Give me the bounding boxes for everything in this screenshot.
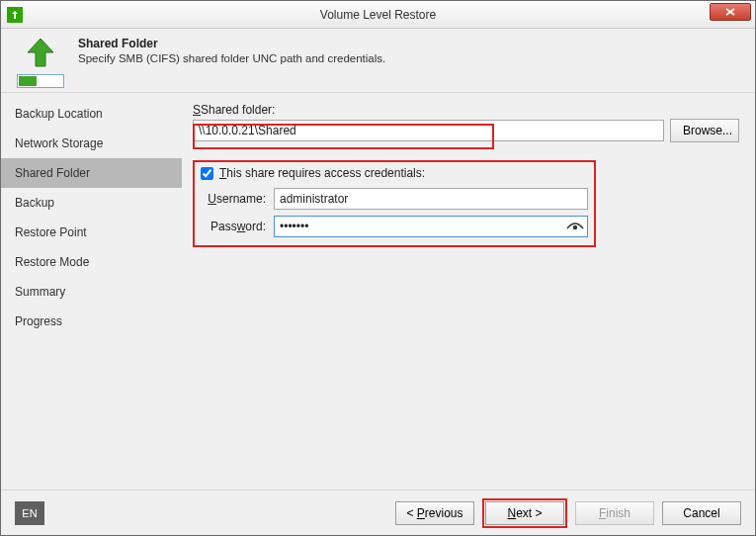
browse-button[interactable]: Browse... xyxy=(670,119,739,142)
password-input[interactable] xyxy=(274,216,588,237)
storage-bar-icon xyxy=(17,74,64,88)
titlebar: Volume Level Restore xyxy=(1,1,755,29)
window: Volume Level Restore Shared Folder Speci… xyxy=(0,0,756,536)
username-input[interactable] xyxy=(274,188,588,210)
page-subtitle: Specify SMB (CIFS) shared folder UNC pat… xyxy=(78,52,385,64)
shared-folder-label: SShared folder: xyxy=(193,103,739,117)
wizard-header: Shared Folder Specify SMB (CIFS) shared … xyxy=(1,29,755,92)
window-title: Volume Level Restore xyxy=(320,8,436,22)
next-button[interactable]: Next > xyxy=(485,501,564,525)
finish-button: Finish xyxy=(575,501,654,525)
wizard-body: Backup Location Network Storage Shared F… xyxy=(1,92,755,490)
form-panel: SShared folder: Browse... This share req… xyxy=(183,93,755,490)
shared-folder-input[interactable] xyxy=(193,120,664,141)
upload-arrow-icon xyxy=(22,37,59,68)
previous-button[interactable]: < Previous xyxy=(395,501,474,525)
svg-point-0 xyxy=(573,225,577,229)
wizard-icon xyxy=(15,37,66,88)
close-button[interactable] xyxy=(710,3,751,21)
requires-creds-row[interactable]: This share requires access credentials: xyxy=(201,166,588,180)
reveal-password-icon[interactable] xyxy=(566,219,584,234)
highlight-credentials: This share requires access credentials: … xyxy=(193,160,596,247)
wizard-nav: Backup Location Network Storage Shared F… xyxy=(1,93,183,490)
nav-progress[interactable]: Progress xyxy=(1,307,182,336)
nav-shared-folder[interactable]: Shared Folder xyxy=(1,158,182,188)
nav-backup-location[interactable]: Backup Location xyxy=(1,99,182,129)
language-indicator[interactable]: EN xyxy=(15,501,44,525)
requires-creds-checkbox[interactable] xyxy=(201,167,213,180)
app-icon xyxy=(7,7,23,23)
nav-restore-mode[interactable]: Restore Mode xyxy=(1,247,182,277)
nav-network-storage[interactable]: Network Storage xyxy=(1,129,182,158)
highlight-next: Next > xyxy=(482,498,567,528)
nav-backup[interactable]: Backup xyxy=(1,188,182,218)
password-label: Password: xyxy=(201,220,266,233)
nav-summary[interactable]: Summary xyxy=(1,277,182,307)
page-title: Shared Folder xyxy=(78,37,385,50)
nav-restore-point[interactable]: Restore Point xyxy=(1,218,182,247)
cancel-button[interactable]: Cancel xyxy=(662,501,741,525)
username-label: Username: xyxy=(201,192,266,206)
wizard-footer: EN < Previous Next > Finish Cancel xyxy=(1,490,755,535)
